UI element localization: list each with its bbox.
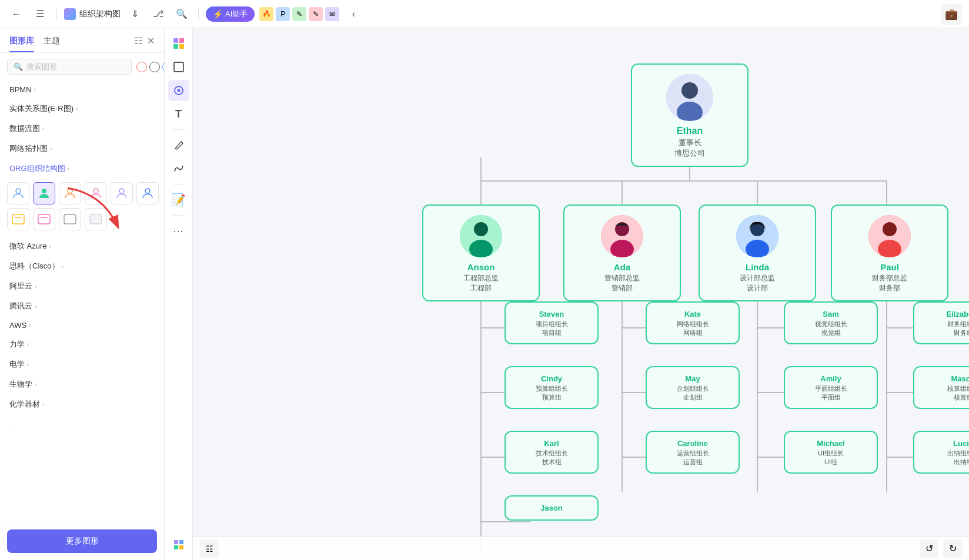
node-anson[interactable]: Anson 工程部总监 工程部: [422, 204, 540, 301]
plugin-icon-3[interactable]: ✎: [292, 7, 306, 21]
filter-icon[interactable]: ☷: [134, 35, 142, 46]
org-shape-9[interactable]: [59, 208, 81, 230]
canvas-scroll[interactable]: Ethan 董事长 博思公司: [193, 28, 969, 560]
plugin-icon-5[interactable]: ✉: [325, 7, 339, 21]
node-lucia[interactable]: Lucia 出纳组组长 出纳组: [913, 431, 969, 474]
sep2: [173, 184, 185, 185]
org-shape-7[interactable]: [7, 208, 29, 230]
er-arrow: ›: [76, 106, 78, 112]
tab-shapes[interactable]: 图形库: [9, 36, 34, 52]
tool-frame[interactable]: [168, 56, 189, 78]
table-view-button[interactable]: ☷: [200, 539, 219, 558]
plugin-icon-4[interactable]: ✎: [309, 7, 323, 21]
search-input[interactable]: [26, 62, 125, 71]
org-shape-8[interactable]: [33, 208, 55, 230]
undo-button[interactable]: ↺: [920, 539, 938, 558]
tool-pen[interactable]: [168, 135, 189, 156]
svg-rect-11: [90, 214, 102, 224]
node-michael[interactable]: Michael UI组组长 UI组: [784, 431, 878, 474]
svg-rect-8: [38, 214, 50, 224]
node-ethan[interactable]: Ethan 董事长 博思公司: [631, 63, 749, 167]
org-shape-1[interactable]: [7, 182, 29, 204]
redo-button[interactable]: ↻: [943, 539, 962, 558]
category-chemistry[interactable]: 化学器材 ›: [7, 394, 157, 414]
topbar: ← ☰ 组织架构图 ⇓ ⎇ 🔍 ⚡ AI助手 🔥 P ✎ ✎ ✉ ‹ 💼: [0, 0, 969, 28]
left-footer: 更多图形: [0, 522, 164, 560]
data-flow-arrow: ›: [42, 126, 44, 132]
category-network[interactable]: 网络拓扑图 ›: [7, 139, 157, 159]
svg-rect-23: [179, 545, 183, 549]
left-panel: 图形库 主题 ☷ ✕ 🔍 ▼: [0, 28, 165, 560]
category-data-flow[interactable]: 数据流图 ›: [7, 119, 157, 139]
node-cindy[interactable]: Cindy 预算组组长 预算组: [504, 366, 599, 409]
category-bpmn[interactable]: BPMN ›: [7, 81, 157, 99]
node-may[interactable]: May 企划组组长 企划组: [646, 366, 740, 409]
node-caroline[interactable]: Caroline 运营组组长 运营组: [646, 431, 740, 474]
shape-option-red[interactable]: [136, 62, 147, 72]
category-mechanics[interactable]: 力学 ›: [7, 334, 157, 354]
canvas-bottom-bar: ☷ ↺ ↻: [193, 536, 969, 560]
category-aws[interactable]: AWS ›: [7, 316, 157, 334]
plugin-icon-1[interactable]: 🔥: [259, 7, 273, 21]
org-shape-2[interactable]: [33, 182, 55, 204]
tool-palette[interactable]: [168, 33, 189, 54]
tool-circle[interactable]: [168, 80, 189, 101]
collapse-toolbar-button[interactable]: ‹: [344, 5, 363, 24]
electric-arrow: ›: [27, 361, 29, 368]
svg-rect-13: [179, 38, 184, 43]
org-shape-10[interactable]: [85, 208, 107, 230]
category-tencent[interactable]: 腾讯云 ›: [7, 296, 157, 316]
category-azure[interactable]: 微软 Azure ›: [7, 236, 157, 256]
briefcase-button[interactable]: 💼: [941, 4, 962, 25]
svg-point-5: [145, 189, 150, 193]
node-steven[interactable]: Steven 项目组组长 项目组: [504, 301, 599, 344]
search-box[interactable]: 🔍: [7, 59, 132, 75]
node-ada[interactable]: Ada 营销部总监 营销部: [563, 204, 681, 301]
sep1: [173, 129, 185, 130]
canvas-area[interactable]: Ethan 董事长 博思公司: [193, 28, 969, 560]
category-er[interactable]: 实体关系图(E-R图) ›: [7, 99, 157, 119]
node-paul[interactable]: Paul 财务部总监 财务部: [831, 204, 948, 301]
search-area: 🔍 ▼: [0, 53, 164, 81]
svg-rect-21: [179, 540, 183, 544]
tool-sticky[interactable]: 📝: [168, 189, 189, 210]
shape-option-dark[interactable]: [149, 62, 160, 72]
org-shape-3[interactable]: [59, 182, 81, 204]
back-button[interactable]: ←: [7, 5, 26, 24]
category-aliyun[interactable]: 阿里云 ›: [7, 276, 157, 296]
ai-assistant-button[interactable]: ⚡ AI助手: [206, 6, 255, 22]
node-sam[interactable]: Sam 视觉组组长 视觉组: [784, 301, 878, 344]
org-shapes-grid: [7, 179, 157, 236]
node-jason[interactable]: Jason: [504, 495, 599, 521]
org-shape-5[interactable]: [111, 182, 133, 204]
category-electric[interactable]: 电学 ›: [7, 354, 157, 374]
org-shape-4[interactable]: [85, 182, 107, 204]
tool-more[interactable]: ···: [168, 220, 189, 242]
svg-point-4: [119, 189, 124, 193]
node-amily[interactable]: Amily 平面组组长 平面组: [784, 366, 878, 409]
tag-button[interactable]: ⎇: [149, 5, 168, 24]
org-shape-6[interactable]: [136, 182, 159, 204]
svg-point-57: [474, 222, 488, 236]
node-kate[interactable]: Kate 网络组组长 网络组: [646, 301, 740, 344]
node-karl[interactable]: Karl 技术组组长 技术组: [504, 431, 599, 474]
search-button[interactable]: 🔍: [172, 5, 191, 24]
azure-arrow: ›: [49, 243, 51, 250]
tool-curve[interactable]: [168, 158, 189, 179]
node-eilzabeth[interactable]: Eilzabeth 财务组组长 财务组: [913, 301, 969, 344]
category-cisco[interactable]: 思科（Cisco） ›: [7, 256, 157, 276]
download-button[interactable]: ⇓: [125, 5, 144, 24]
menu-button[interactable]: ☰: [31, 5, 49, 24]
plugin-icon-2[interactable]: P: [276, 7, 290, 21]
svg-rect-15: [179, 44, 184, 49]
close-panel-icon[interactable]: ✕: [147, 35, 155, 46]
svg-point-2: [68, 189, 72, 193]
node-mason[interactable]: Mason 核算组组长 核算组: [913, 366, 969, 409]
more-shapes-button[interactable]: 更多图形: [7, 529, 157, 553]
tool-text[interactable]: T: [168, 103, 189, 125]
category-biology[interactable]: 生物学 ›: [7, 374, 157, 394]
category-org[interactable]: ORG组织结构图 ›: [7, 159, 157, 179]
node-linda[interactable]: Linda 设计部总监 设计部: [699, 204, 816, 301]
tool-plugin[interactable]: [168, 534, 189, 555]
tab-themes[interactable]: 主题: [44, 36, 60, 52]
